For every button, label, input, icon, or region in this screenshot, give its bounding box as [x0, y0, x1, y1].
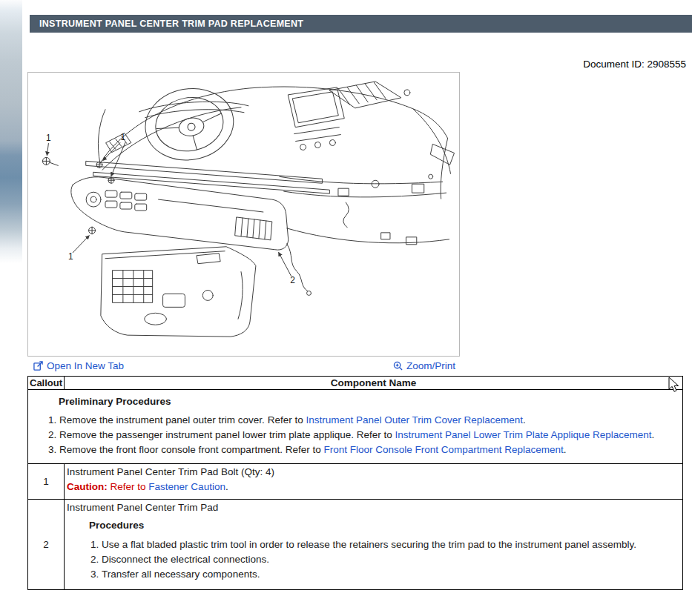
document-id: Document ID: 2908555 — [583, 59, 686, 70]
procedures-title: Procedures — [89, 518, 678, 533]
caution-text: Refer to — [108, 481, 149, 492]
open-in-new-tab-icon — [33, 361, 43, 371]
instrument-panel-illustration: 1 1 1 2 — [28, 73, 459, 356]
table-row-callout-1: 1 Instrument Panel Center Trim Pad Bolt … — [28, 464, 683, 500]
callout-number-1: 1 — [28, 464, 65, 500]
procedure-step-3: Transfer all necessary components. — [102, 567, 678, 582]
steering-wheel — [139, 82, 239, 167]
step-text-end: . — [564, 444, 567, 455]
page-title: INSTRUMENT PANEL CENTER TRIM PAD REPLACE… — [39, 19, 303, 29]
background-window-edge — [0, 0, 22, 616]
mounting-rails — [86, 161, 329, 193]
step-text: Remove the instrument panel outer trim c… — [59, 414, 306, 425]
preliminary-procedures-row: Preliminary Procedures Remove the instru… — [28, 390, 683, 464]
zoom-print-link[interactable]: Zoom/Print — [393, 360, 455, 371]
component-name-column-header: Component Name — [65, 377, 683, 390]
procedures-steps-list: Use a flat bladed plastic trim tool in o… — [67, 537, 678, 582]
lower-trim-plate-applique-replacement-link[interactable]: Instrument Panel Lower Trim Plate Appliq… — [395, 429, 652, 440]
figure-box: 1 1 1 2 — [27, 72, 460, 357]
preliminary-step-2: Remove the passenger instrument panel lo… — [59, 428, 676, 443]
caution-label: Caution: — [67, 481, 108, 492]
figure-section: 1 1 1 2 Open In New Tab — [27, 72, 460, 371]
preliminary-procedures-title: Preliminary Procedures — [59, 396, 676, 407]
callout-number-2: 2 — [28, 500, 65, 590]
component-name-bolt: Instrument Panel Center Trim Pad Bolt (Q… — [67, 465, 678, 480]
procedure-step-1: Use a flat bladed plastic trim tool in o… — [102, 537, 678, 552]
table-header-row: Callout Component Name — [28, 377, 683, 390]
preliminary-step-3: Remove the front floor console front com… — [59, 443, 676, 457]
open-in-new-tab-label: Open In New Tab — [47, 360, 124, 371]
page-title-bar: INSTRUMENT PANEL CENTER TRIM PAD REPLACE… — [30, 15, 692, 33]
figure-toolbar: Open In New Tab Zoom/Print — [27, 357, 460, 371]
procedure-step-2: Disconnect the electrical connections. — [102, 552, 678, 567]
zoom-print-label: Zoom/Print — [406, 360, 455, 371]
dashboard-outline — [98, 82, 454, 245]
step-text-end: . — [651, 429, 654, 440]
center-console — [101, 247, 256, 337]
service-document-page: INSTRUMENT PANEL CENTER TRIM PAD REPLACE… — [0, 0, 692, 616]
step-text: Remove the passenger instrument panel lo… — [59, 429, 395, 440]
step-text: Remove the front floor console front com… — [59, 444, 323, 455]
callout-labels: 1 1 1 2 — [46, 132, 295, 285]
step-text-end: . — [523, 414, 526, 425]
caution-line: Caution: Refer to Fastener Caution. — [67, 480, 678, 494]
front-compartment-replacement-link[interactable]: Front Floor Console Front Compartment Re… — [323, 444, 563, 455]
callout-column-header: Callout — [28, 377, 65, 390]
component-name-trim-pad: Instrument Panel Center Trim Pad — [67, 500, 678, 515]
table-row-callout-2: 2 Instrument Panel Center Trim Pad Proce… — [28, 500, 683, 590]
preliminary-steps-list: Remove the instrument panel outer trim c… — [30, 413, 676, 457]
center-trim-pad — [71, 177, 312, 296]
callout-1-label-b: 1 — [121, 132, 126, 142]
fastener-caution-link[interactable]: Fastener Caution — [148, 481, 225, 492]
callout-component-table: Callout Component Name Preliminary Proce… — [27, 376, 683, 590]
callout-1-label-a: 1 — [46, 133, 51, 143]
preliminary-step-1: Remove the instrument panel outer trim c… — [59, 413, 676, 428]
open-in-new-tab-link[interactable]: Open In New Tab — [33, 360, 124, 371]
outer-trim-cover-replacement-link[interactable]: Instrument Panel Outer Trim Cover Replac… — [306, 414, 523, 425]
zoom-icon — [393, 361, 403, 371]
caution-text-end: . — [225, 481, 228, 492]
